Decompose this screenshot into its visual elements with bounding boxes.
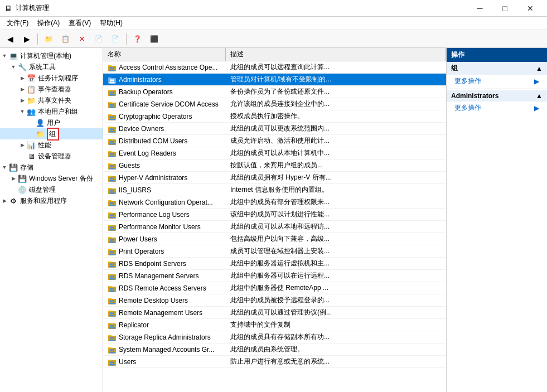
tree-toggle-system[interactable]: ▼ bbox=[9, 64, 18, 70]
tree-toggle-task[interactable]: ▶ bbox=[18, 75, 27, 81]
svg-rect-115 bbox=[108, 298, 112, 299]
tree-item-groups[interactable]: 📁组 bbox=[0, 128, 103, 139]
header-name[interactable]: 名称 bbox=[103, 48, 226, 61]
group-selected-box: 组 bbox=[47, 128, 59, 141]
list-row[interactable]: Administrators管理员对计算机/域有不受限制的... bbox=[103, 74, 446, 86]
svg-point-74 bbox=[110, 214, 112, 216]
tree-toggle-winserver[interactable]: ▶ bbox=[9, 176, 18, 181]
tree-toggle-perf[interactable]: ▶ bbox=[18, 142, 27, 148]
list-row[interactable]: Print Operators成员可以管理在域控制器上安装... bbox=[103, 245, 446, 258]
group-icon bbox=[108, 345, 117, 354]
svg-point-112 bbox=[112, 288, 114, 290]
toolbar-delete-button[interactable]: ✕ bbox=[74, 32, 90, 46]
toolbar-btn-3[interactable]: 📁 bbox=[41, 32, 56, 46]
tree-label-diskmgr: 磁盘管理 bbox=[29, 185, 56, 195]
list-row[interactable]: IIS_IUSRSInternet 信息服务使用的内置组。 bbox=[103, 184, 446, 196]
group-desc: 此组的成员具有存储副本所有功... bbox=[226, 332, 446, 342]
tree-label-groups: 组 bbox=[49, 129, 56, 139]
toolbar-btn-9[interactable]: ⬛ bbox=[146, 32, 162, 46]
svg-point-23 bbox=[112, 106, 115, 108]
tree-item-storage[interactable]: ▼💾存储 bbox=[0, 162, 103, 173]
menu-item-查看(V)[interactable]: 查看(V) bbox=[64, 17, 95, 30]
list-row[interactable]: Guests按默认值，来宾用户组的成员... bbox=[103, 159, 446, 172]
actions-section-administrators[interactable]: Administrators ▲ bbox=[447, 90, 547, 101]
svg-point-95 bbox=[112, 253, 115, 255]
tree-item-users[interactable]: 👤用户 bbox=[0, 117, 103, 128]
actions-more-arrow-2: ▶ bbox=[534, 104, 539, 112]
actions-more-item-2[interactable]: 更多操作 ▶ bbox=[447, 101, 547, 114]
tree-item-event[interactable]: ▶📋事件查看器 bbox=[0, 84, 103, 95]
list-row[interactable]: Replicator支持域中的文件复制 bbox=[103, 319, 446, 331]
group-icon bbox=[108, 272, 117, 280]
svg-rect-127 bbox=[108, 323, 112, 324]
svg-point-26 bbox=[110, 116, 112, 118]
svg-point-56 bbox=[110, 177, 112, 180]
actions-more-item-1[interactable]: 更多操作 ▶ bbox=[447, 75, 547, 88]
list-row[interactable]: Hyper-V Administrators此组的成员拥有对 Hyper-V 所… bbox=[103, 172, 446, 184]
header-desc[interactable]: 描述 bbox=[226, 48, 446, 61]
toolbar-help-button[interactable]: ❓ bbox=[129, 32, 145, 46]
tree-toggle-shared[interactable]: ▶ bbox=[18, 98, 27, 103]
svg-rect-1 bbox=[108, 65, 112, 66]
group-name: RDS Endpoint Servers bbox=[119, 260, 186, 268]
list-row[interactable]: System Managed Accounts Gr...此组的成员由系统管理。 bbox=[103, 343, 446, 356]
svg-point-119 bbox=[112, 302, 115, 304]
svg-rect-31 bbox=[108, 127, 112, 128]
list-row[interactable]: RDS Remote Access Servers此组中的服务器使 Remote… bbox=[103, 282, 446, 294]
group-icon bbox=[108, 173, 117, 182]
maximize-button[interactable]: □ bbox=[492, 0, 517, 17]
list-row[interactable]: Distributed COM Users成员允许启动、激活和使用此计... bbox=[103, 135, 446, 147]
list-row[interactable]: Certificate Service DCOM Access允许该组的成员连接… bbox=[103, 98, 446, 110]
list-row[interactable]: Power Users包括高级用户以向下兼容，高级... bbox=[103, 233, 446, 245]
tree-toggle-root[interactable]: ▼ bbox=[0, 53, 9, 59]
list-row[interactable]: Storage Replica Administrators此组的成员具有存储副… bbox=[103, 331, 446, 343]
minimize-button[interactable]: ─ bbox=[467, 0, 492, 17]
list-row[interactable]: Device Owners此组的成员可以更改系统范围内... bbox=[103, 123, 446, 135]
close-button[interactable]: ✕ bbox=[517, 0, 543, 17]
menu-item-文件(F)[interactable]: 文件(F) bbox=[2, 17, 33, 30]
group-icon bbox=[108, 259, 117, 268]
tree-item-winserver[interactable]: ▶💾Windows Server 备份 bbox=[0, 173, 103, 184]
tree-item-root[interactable]: ▼💻计算机管理(本地) bbox=[0, 50, 103, 61]
list-row[interactable]: RDS Management Servers此组中的服务器可以在运行远程... bbox=[103, 270, 446, 282]
menu-item-帮助(H)[interactable]: 帮助(H) bbox=[95, 17, 127, 30]
list-row[interactable]: Users防止用户进行有意或无意的系统... bbox=[103, 356, 446, 368]
list-row[interactable]: Performance Monitor Users此组的成员可以从本地和远程访.… bbox=[103, 221, 446, 233]
list-row[interactable]: Network Configuration Operat...此组中的成员有部分… bbox=[103, 196, 446, 209]
list-row[interactable]: Remote Desktop Users此组中的成员被授予远程登录的... bbox=[103, 294, 446, 307]
tree-item-localusers[interactable]: ▼👥本地用户和组 bbox=[0, 106, 103, 117]
tree-item-services[interactable]: ▶⚙服务和应用程序 bbox=[0, 195, 103, 206]
list-row[interactable]: Performance Log Users该组中的成员可以计划进行性能... bbox=[103, 209, 446, 221]
tree-toggle-localusers[interactable]: ▼ bbox=[18, 109, 27, 114]
svg-point-41 bbox=[112, 143, 115, 144]
tree-item-system[interactable]: ▼🔧系统工具 bbox=[0, 61, 103, 72]
tree-toggle-services[interactable]: ▶ bbox=[0, 198, 9, 204]
svg-point-82 bbox=[112, 226, 114, 229]
svg-point-134 bbox=[110, 337, 112, 339]
tree-item-shared[interactable]: ▶📁共享文件夹 bbox=[0, 95, 103, 106]
tree-label-winserver: Windows Server 备份 bbox=[29, 174, 93, 183]
toolbar-btn-6[interactable]: 📄 bbox=[91, 32, 107, 46]
back-button[interactable]: ◀ bbox=[2, 32, 18, 46]
toolbar-btn-7[interactable]: 📄 bbox=[108, 32, 123, 46]
svg-rect-73 bbox=[108, 212, 112, 214]
actions-section-group[interactable]: 组 ▲ bbox=[447, 62, 547, 75]
group-name: Administrators bbox=[119, 76, 162, 84]
svg-point-146 bbox=[110, 361, 112, 364]
forward-button[interactable]: ▶ bbox=[19, 32, 35, 46]
list-row[interactable]: Backup Operators备份操作员为了备份或还原文件... bbox=[103, 86, 446, 98]
list-row[interactable]: Cryptographic Operators授权成员执行加密操作。 bbox=[103, 110, 446, 123]
list-row[interactable]: Remote Management Users此组的成员可以通过管理协议(例..… bbox=[103, 307, 446, 319]
menu-item-操作(A)[interactable]: 操作(A) bbox=[33, 17, 64, 30]
tree-item-devmgr[interactable]: 🖥设备管理器 bbox=[0, 151, 103, 162]
tree-icon-event: 📋 bbox=[27, 85, 36, 94]
tree-item-task[interactable]: ▶📅任务计划程序 bbox=[0, 72, 103, 84]
list-row[interactable]: RDS Endpoint Servers此组中的服务器运行虚拟机和主... bbox=[103, 258, 446, 270]
tree-item-diskmgr[interactable]: 💿磁盘管理 bbox=[0, 184, 103, 195]
list-row[interactable]: Access Control Assistance Ope...此组的成员可以远… bbox=[103, 61, 446, 74]
tree-toggle-storage[interactable]: ▼ bbox=[0, 164, 9, 170]
toolbar-btn-4[interactable]: 📋 bbox=[57, 32, 73, 46]
list-row[interactable]: Event Log Readers此组的成员可以从本地计算机中... bbox=[103, 147, 446, 159]
tree-item-perf[interactable]: ▶📊性能 bbox=[0, 139, 103, 151]
tree-toggle-event[interactable]: ▶ bbox=[18, 86, 27, 92]
